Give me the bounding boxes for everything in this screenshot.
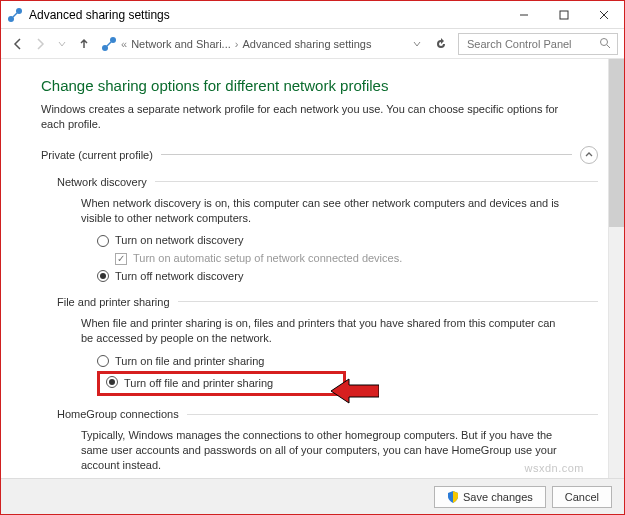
homegroup-desc: Typically, Windows manages the connectio… [81, 428, 568, 473]
watermark: wsxdn.com [524, 462, 584, 474]
svg-rect-2 [560, 11, 568, 19]
nav-bar: « Network and Shari... › Advanced sharin… [1, 29, 624, 59]
checkbox-label: Turn on automatic setup of network conne… [133, 251, 402, 266]
checkbox-nd-auto: ✓ Turn on automatic setup of network con… [115, 251, 598, 266]
forward-button[interactable] [29, 33, 51, 55]
radio-label: Turn on file and printer sharing [115, 354, 264, 369]
radio-icon [97, 270, 109, 282]
close-button[interactable] [584, 1, 624, 29]
checkbox-icon: ✓ [115, 253, 127, 265]
scrollbar[interactable] [608, 59, 624, 478]
radio-icon [106, 376, 118, 388]
breadcrumb-prefix: « [121, 38, 127, 50]
minimize-button[interactable] [504, 1, 544, 29]
footer-bar: Save changes Cancel [1, 478, 624, 514]
window-title: Advanced sharing settings [29, 8, 504, 22]
homegroup-header: HomeGroup connections [57, 408, 179, 420]
divider [161, 154, 572, 155]
content-pane: Change sharing options for different net… [1, 59, 608, 478]
radio-icon [97, 235, 109, 247]
collapse-button[interactable] [580, 146, 598, 164]
breadcrumb-dropdown[interactable] [406, 33, 428, 55]
search-icon [599, 37, 611, 51]
radio-nd-on[interactable]: Turn on network discovery [97, 233, 598, 248]
network-icon [101, 36, 117, 52]
svg-marker-6 [331, 379, 379, 403]
back-button[interactable] [7, 33, 29, 55]
search-box[interactable] [458, 33, 618, 55]
shield-icon [447, 491, 459, 503]
cancel-button[interactable]: Cancel [552, 486, 612, 508]
refresh-button[interactable] [430, 33, 452, 55]
chevron-right-icon: › [235, 38, 239, 50]
search-input[interactable] [465, 37, 595, 51]
divider [187, 414, 598, 415]
button-label: Save changes [463, 491, 533, 503]
maximize-button[interactable] [544, 1, 584, 29]
profile-private-header: Private (current profile) [41, 149, 153, 161]
radio-fp-on[interactable]: Turn on file and printer sharing [97, 354, 598, 369]
page-intro: Windows creates a separate network profi… [41, 102, 568, 132]
breadcrumb[interactable]: « Network and Shari... › Advanced sharin… [101, 36, 406, 52]
save-changes-button[interactable]: Save changes [434, 486, 546, 508]
radio-nd-off[interactable]: Turn off network discovery [97, 269, 598, 284]
radio-label: Turn off file and printer sharing [124, 376, 273, 391]
network-discovery-header: Network discovery [57, 176, 147, 188]
svg-point-5 [601, 38, 608, 45]
window-titlebar: Advanced sharing settings [1, 1, 624, 29]
highlight-annotation: Turn off file and printer sharing [97, 371, 346, 396]
arrow-annotation [331, 377, 379, 405]
network-discovery-desc: When network discovery is on, this compu… [81, 196, 568, 226]
button-label: Cancel [565, 491, 599, 503]
divider [178, 301, 598, 302]
file-printer-header: File and printer sharing [57, 296, 170, 308]
network-icon [7, 7, 23, 23]
recent-dropdown[interactable] [51, 33, 73, 55]
radio-icon [97, 355, 109, 367]
up-button[interactable] [73, 33, 95, 55]
breadcrumb-item-1[interactable]: Network and Shari... [131, 38, 231, 50]
page-title: Change sharing options for different net… [41, 77, 598, 94]
file-printer-desc: When file and printer sharing is on, fil… [81, 316, 568, 346]
radio-label: Turn off network discovery [115, 269, 243, 284]
radio-label: Turn on network discovery [115, 233, 244, 248]
breadcrumb-item-2[interactable]: Advanced sharing settings [242, 38, 371, 50]
divider [155, 181, 598, 182]
